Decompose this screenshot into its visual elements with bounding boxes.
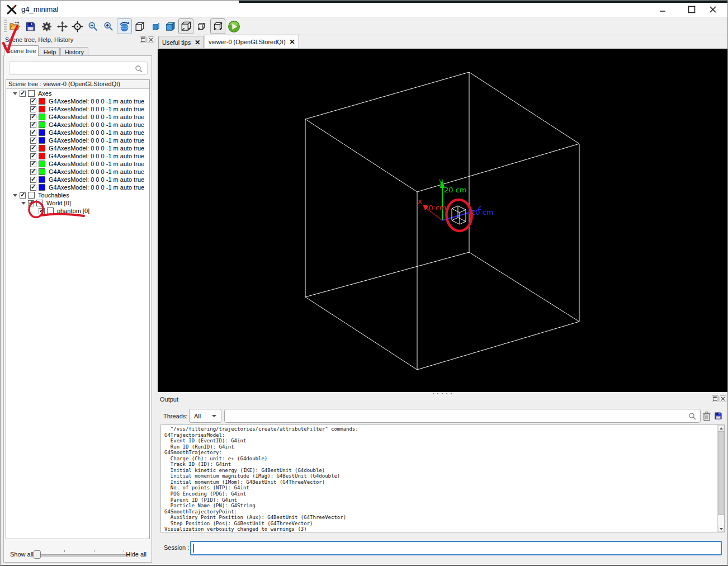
- color-swatch[interactable]: [36, 200, 43, 206]
- splitter-handle[interactable]: [431, 393, 455, 395]
- expander-icon[interactable]: [13, 194, 17, 197]
- color-swatch[interactable]: [39, 137, 45, 144]
- opengl-viewport[interactable]: y 20 cm x 20 cm z 20 cm: [158, 49, 727, 392]
- close-tab-icon[interactable]: ✕: [195, 39, 200, 46]
- expander-icon[interactable]: [21, 202, 26, 205]
- phantom-visibility-checkbox[interactable]: [39, 208, 45, 214]
- dock-close-button[interactable]: [148, 36, 154, 43]
- color-swatch[interactable]: [39, 106, 45, 112]
- tree-row-axesmodel[interactable]: G4AxesModel: 0 0 0 -1 m auto true: [6, 152, 149, 160]
- run-button[interactable]: [227, 20, 240, 33]
- color-swatch[interactable]: [28, 90, 35, 97]
- visibility-checkbox[interactable]: [30, 185, 36, 191]
- pick-center-button[interactable]: [70, 20, 84, 33]
- visibility-checkbox[interactable]: [30, 114, 36, 120]
- tree-row-axesmodel[interactable]: G4AxesModel: 0 0 0 -1 m auto true: [6, 136, 149, 144]
- visibility-checkbox[interactable]: [30, 98, 36, 105]
- tab-viewer-0[interactable]: viewer-0 (OpenGLStoredQt) ✕: [205, 35, 299, 48]
- visibility-checkbox[interactable]: [28, 200, 34, 206]
- tree-row-axesmodel[interactable]: G4AxesModel: 0 0 0 -1 m auto true: [6, 97, 149, 105]
- clear-output-button[interactable]: [702, 411, 711, 424]
- save-output-button[interactable]: [714, 412, 722, 422]
- tree-row-touchables-group[interactable]: Touchables: [6, 191, 149, 199]
- output-float-button[interactable]: [712, 395, 718, 402]
- application-window: g4_minimal: [0, 0, 728, 566]
- output-console[interactable]: "/vis/filtering/trajectories/create/attr…: [160, 424, 725, 532]
- color-swatch[interactable]: [39, 153, 45, 159]
- visibility-checkbox[interactable]: [30, 145, 36, 152]
- visibility-checkbox[interactable]: [20, 192, 26, 199]
- color-swatch[interactable]: [39, 168, 45, 175]
- session-command-input[interactable]: [190, 541, 722, 555]
- orthographic-view-button[interactable]: [210, 18, 225, 34]
- tree-row-axesmodel[interactable]: G4AxesModel: 0 0 0 -1 m auto true: [6, 183, 149, 191]
- maximize-button[interactable]: [683, 1, 700, 17]
- expander-icon[interactable]: [13, 92, 17, 95]
- scroll-up-icon[interactable]: [718, 425, 724, 431]
- tree-row-axesmodel[interactable]: G4AxesModel: 0 0 0 -1 m auto true: [6, 121, 149, 129]
- visibility-checkbox[interactable]: [30, 177, 36, 183]
- zoom-in-button[interactable]: [102, 20, 115, 33]
- minimize-button[interactable]: [654, 1, 671, 17]
- color-swatch[interactable]: [39, 161, 45, 167]
- rotate-button[interactable]: [117, 18, 132, 34]
- tree-row-axesmodel[interactable]: G4AxesModel: 0 0 0 -1 m auto true: [6, 129, 149, 136]
- perspective-view-button[interactable]: [195, 20, 208, 33]
- close-tab-icon[interactable]: ✕: [290, 38, 295, 46]
- tree-row-axes-group[interactable]: Axes: [6, 89, 149, 97]
- tab-help[interactable]: Help: [40, 47, 60, 56]
- visibility-checkbox[interactable]: [20, 91, 26, 97]
- output-close-button[interactable]: [720, 395, 726, 402]
- color-swatch[interactable]: [39, 145, 45, 152]
- color-swatch[interactable]: [39, 121, 45, 128]
- tree-row-phantom[interactable]: phantom [0]: [6, 207, 149, 215]
- tree-row-axesmodel[interactable]: G4AxesModel: 0 0 0 -1 m auto true: [6, 176, 149, 183]
- color-swatch[interactable]: [39, 184, 45, 191]
- scene-tree-search-input[interactable]: [9, 62, 148, 75]
- color-swatch[interactable]: [28, 192, 35, 199]
- close-button[interactable]: [705, 1, 721, 17]
- dock-float-button[interactable]: [140, 36, 146, 43]
- tree-row-axesmodel[interactable]: G4AxesModel: 0 0 0 -1 m auto true: [6, 160, 149, 168]
- open-file-button[interactable]: [8, 20, 21, 33]
- tab-history[interactable]: History: [60, 47, 88, 56]
- tree-row-axesmodel[interactable]: G4AxesModel: 0 0 0 -1 m auto true: [6, 105, 149, 113]
- color-swatch[interactable]: [39, 98, 45, 105]
- visibility-checkbox[interactable]: [30, 138, 36, 144]
- visibility-checkbox[interactable]: [30, 161, 36, 167]
- tree-row-axesmodel[interactable]: G4AxesModel: 0 0 0 -1 m auto true: [6, 144, 149, 152]
- z-axis: z 20 cm: [442, 203, 494, 220]
- pan-button[interactable]: [55, 20, 69, 33]
- color-swatch[interactable]: [47, 207, 54, 214]
- tree-row-axesmodel[interactable]: G4AxesModel: 0 0 0 -1 m auto true: [6, 113, 149, 121]
- visibility-slider[interactable]: [35, 554, 129, 556]
- visibility-checkbox[interactable]: [30, 106, 36, 112]
- console-scrollbar[interactable]: [717, 425, 724, 532]
- scroll-down-icon[interactable]: [718, 526, 724, 532]
- surface-style-button[interactable]: [149, 20, 162, 33]
- wireframe-style-button[interactable]: [133, 20, 146, 33]
- visibility-checkbox[interactable]: [30, 130, 36, 136]
- settings-button[interactable]: [40, 20, 53, 33]
- tab-useful-tips[interactable]: Useful tips ✕: [158, 36, 204, 48]
- visibility-checkbox[interactable]: [30, 169, 36, 175]
- trash-icon: [702, 411, 711, 422]
- zoom-out-button[interactable]: [86, 20, 100, 33]
- tree-row-world[interactable]: World [0]: [6, 199, 149, 207]
- tree-row-axesmodel[interactable]: G4AxesModel: 0 0 0 -1 m auto true: [6, 168, 149, 176]
- scene-tree-header: Scene tree : viewer-0 (OpenGLStoredQt): [6, 80, 149, 89]
- slider-handle[interactable]: [34, 550, 41, 559]
- toolbar-drag-handle[interactable]: [4, 20, 7, 33]
- axes-cube-view-button[interactable]: [178, 18, 193, 34]
- save-button[interactable]: [23, 20, 37, 33]
- color-swatch[interactable]: [39, 114, 45, 120]
- visibility-checkbox[interactable]: [30, 122, 36, 128]
- threads-combobox[interactable]: All: [189, 409, 221, 423]
- color-swatch[interactable]: [39, 176, 45, 183]
- solid-style-button[interactable]: [163, 20, 177, 33]
- tab-scene-tree[interactable]: Scene tree: [4, 45, 39, 56]
- output-filter-input[interactable]: [224, 409, 701, 423]
- visibility-checkbox[interactable]: [30, 153, 36, 159]
- scrollbar-thumb[interactable]: [718, 431, 724, 515]
- color-swatch[interactable]: [39, 129, 45, 136]
